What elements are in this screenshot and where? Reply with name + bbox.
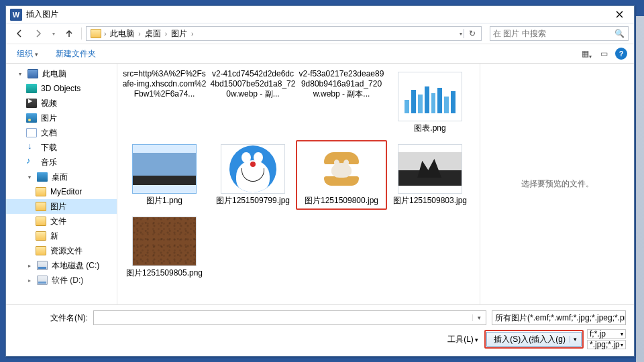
desktop-icon: [37, 172, 48, 182]
tree-label: 新: [50, 231, 58, 242]
file-list[interactable]: src=http%3A%2F%2Fsafe-img.xhscdn.com%2Fb…: [117, 64, 480, 304]
file-label: 图片1251509800.jpg: [305, 196, 378, 206]
search-icon[interactable]: 🔍: [613, 29, 625, 38]
toolbar: 组织 新建文件夹 ▦ ▭ ?: [6, 44, 634, 64]
chevron-down-icon[interactable]: ▾: [458, 31, 464, 37]
file-item[interactable]: 图片1251509803.jpg: [386, 141, 474, 208]
folder-icon: [36, 187, 46, 196]
chevron-down-icon[interactable]: ▾: [570, 336, 577, 343]
tree-myeditor[interactable]: MyEditor: [6, 184, 117, 199]
music-icon: [26, 158, 37, 167]
help-button[interactable]: ?: [615, 48, 627, 60]
file-item[interactable]: v2-41cd74542d2de6dc4bd15007be52d1a8_720w…: [209, 69, 297, 136]
preview-pane: 选择要预览的文件。: [480, 64, 634, 304]
view-mode-button[interactable]: ▦: [578, 47, 592, 60]
dialog-footer: 文件名(N): ▾ 所有图片(*.emf;*.wmf;*.jpg;*.jpeg;…: [6, 304, 634, 356]
filetype-text: 所有图片(*.emf;*.wmf;*.jpg;*.jpeg;*.png;...): [495, 312, 626, 324]
preview-placeholder: 选择要预览的文件。: [521, 178, 594, 190]
tree-label: 文件: [50, 216, 66, 227]
file-label: v2-41cd74542d2de6dc4bd15007be52d1a8_720w…: [210, 69, 296, 99]
tree-label: 图片: [41, 113, 57, 124]
aux-dropdown[interactable]: f;*.jp▾: [587, 329, 626, 339]
close-icon: [616, 11, 623, 18]
chevron-down-icon[interactable]: ▾: [472, 314, 486, 321]
recent-locations-button[interactable]: ▾: [49, 25, 58, 42]
document-icon: [26, 128, 37, 137]
insert-split-button[interactable]: 插入(S)入(插入入(g) ▾: [486, 332, 582, 347]
file-item[interactable]: 图片1251509800.jpg: [297, 141, 386, 208]
tree-label: 资源文件: [50, 245, 83, 257]
forward-button: [30, 25, 46, 42]
download-icon: [26, 143, 37, 152]
tree-this-pc[interactable]: ▾此电脑: [6, 66, 117, 81]
file-item[interactable]: src=http%3A%2F%2Fsafe-img.xhscdn.com%2Fb…: [120, 69, 209, 136]
folder-icon: [36, 231, 46, 241]
expander-icon[interactable]: ▸: [26, 263, 33, 269]
chevron-right-icon[interactable]: ›: [103, 30, 107, 38]
tree-label: 软件 (D:): [52, 275, 83, 286]
up-button[interactable]: [61, 25, 77, 42]
grid-view-icon: ▦: [582, 49, 589, 58]
aux-dropdown[interactable]: *.jpg;*.jp▾: [587, 340, 626, 349]
breadcrumb-segment[interactable]: 此电脑: [107, 28, 137, 40]
breadcrumb-segment[interactable]: 图片: [168, 28, 190, 40]
file-label: 图片1251509805.png: [126, 268, 203, 278]
breadcrumb-segment[interactable]: 桌面: [142, 28, 164, 40]
tree-documents[interactable]: 文档: [6, 125, 117, 140]
file-label: v2-f53a0217e23deae899d80b9416a91ad_720w.…: [299, 69, 384, 99]
expander-icon[interactable]: ▾: [26, 174, 33, 180]
filetype-combobox[interactable]: 所有图片(*.emf;*.wmf;*.jpg;*.jpeg;*.png;...)…: [492, 310, 626, 325]
search-input[interactable]: [493, 29, 613, 38]
back-button[interactable]: [11, 25, 28, 42]
organize-button[interactable]: 组织: [13, 46, 42, 62]
chevron-right-icon[interactable]: ›: [164, 30, 168, 38]
refresh-button[interactable]: ↻: [464, 29, 480, 38]
preview-pane-icon: ▭: [600, 49, 608, 58]
cube-icon: [26, 84, 37, 93]
chevron-right-icon[interactable]: ›: [190, 30, 195, 38]
file-item[interactable]: 图片1251509799.jpg: [209, 141, 297, 208]
tree-pictures[interactable]: 图片: [6, 111, 117, 125]
filename-combobox[interactable]: ▾: [93, 310, 486, 325]
tree-desktop[interactable]: ▾桌面: [6, 170, 117, 184]
tree-pictures-folder[interactable]: 图片: [6, 199, 117, 214]
tree-label: 本地磁盘 (C:): [52, 260, 99, 272]
tree-music[interactable]: 音乐: [6, 155, 117, 170]
search-box[interactable]: 🔍: [490, 26, 629, 41]
insert-button-highlight: 插入(S)入(插入入(g) ▾: [486, 332, 582, 347]
tree-downloads[interactable]: 下载: [6, 140, 117, 155]
file-item[interactable]: 图片1.png: [120, 141, 209, 208]
tree-new-folder[interactable]: 新: [6, 229, 117, 243]
new-folder-button[interactable]: 新建文件夹: [52, 46, 100, 62]
tree-local-disk[interactable]: ▸本地磁盘 (C:): [6, 258, 117, 273]
filename-label: 文件名(N):: [14, 312, 88, 324]
filename-input[interactable]: [94, 313, 472, 322]
file-item[interactable]: v2-f53a0217e23deae899d80b9416a91ad_720w.…: [297, 69, 386, 136]
chevron-down-icon: ▾: [52, 31, 55, 37]
tree-partial[interactable]: ▸软件 (D:): [6, 273, 117, 288]
folder-tree[interactable]: ▾此电脑 3D Objects 视频 图片 文档 下载 音乐 ▾桌面 MyEdi…: [6, 64, 117, 304]
arrow-up-icon: [64, 29, 74, 38]
tree-files-folder[interactable]: 文件: [6, 214, 117, 229]
file-label: 图表.png: [414, 123, 445, 133]
breadcrumb[interactable]: › 此电脑 › 桌面 › 图片 › ▾ ↻: [86, 26, 482, 41]
file-label: 图片1.png: [146, 196, 182, 206]
file-item[interactable]: 图片1251509805.png: [120, 214, 209, 281]
tree-3d-objects[interactable]: 3D Objects: [6, 81, 117, 96]
folder-icon: [36, 246, 46, 255]
pc-icon: [28, 69, 38, 78]
close-button[interactable]: [604, 6, 634, 23]
preview-pane-button[interactable]: ▭: [596, 47, 611, 60]
chevron-right-icon[interactable]: ›: [137, 30, 142, 38]
file-label: 图片1251509803.jpg: [393, 196, 467, 206]
tree-label: 3D Objects: [41, 84, 80, 93]
tree-videos[interactable]: 视频: [6, 96, 117, 111]
tree-label: MyEditor: [50, 187, 82, 196]
dialog-title: 插入图片: [26, 9, 604, 20]
expander-icon[interactable]: ▾: [17, 71, 23, 77]
file-item[interactable]: 图表.png: [386, 69, 474, 136]
tree-resources[interactable]: 资源文件: [6, 243, 117, 258]
tree-label: 此电脑: [42, 68, 66, 80]
tools-button[interactable]: 工具(L): [445, 333, 481, 347]
tree-label: 音乐: [41, 157, 57, 168]
